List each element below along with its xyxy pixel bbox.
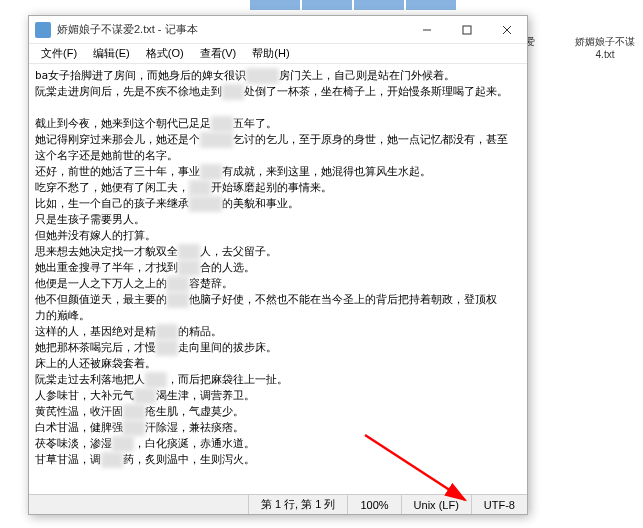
text-line: 阮棠走过去利落地把人 ，而后把麻袋往上一扯。 [35,372,521,388]
censored-block [123,404,145,420]
censored-block [156,340,178,356]
menu-help[interactable]: 帮助(H) [244,44,297,63]
menubar: 文件(F) 编辑(E) 格式(O) 查看(V) 帮助(H) [29,44,527,64]
status-line-ending: Unix (LF) [401,495,471,514]
menu-edit[interactable]: 编辑(E) [85,44,138,63]
taskbar-thumb[interactable] [354,0,404,10]
text-line: 比如，生一个自己的孩子来继承 的美貌和事业。 [35,196,521,212]
text-line: 力的巅峰。 [35,308,521,324]
censored-block [246,68,279,84]
censored-block [123,420,145,436]
menu-format[interactable]: 格式(O) [138,44,192,63]
text-line: 她出重金搜寻了半年，才找到 合的人选。 [35,260,521,276]
censored-block [200,164,222,180]
censored-block [222,84,244,100]
taskbar-thumb[interactable] [302,0,352,10]
text-line: 这样的人，基因绝对是精 的精品。 [35,324,521,340]
taskbar-thumb[interactable] [250,0,300,10]
censored-block [156,324,178,340]
text-line: 只是生孩子需要男人。 [35,212,521,228]
text-line: 但她并没有嫁人的打算。 [35,228,521,244]
text-line: 人参味甘，大补元气 渴生津，调营养卫。 [35,388,521,404]
file-icon[interactable]: 娇媚娘子不谋 4.txt [575,35,635,60]
file-label-top: 娇媚娘子不谋 [575,35,635,49]
window-title: 娇媚娘子不谋爱2.txt - 记事本 [51,22,407,37]
status-position: 第 1 行, 第 1 列 [248,495,348,514]
censored-block [178,260,200,276]
file-label: 4.txt [596,49,615,60]
text-line: 截止到今夜，她来到这个朝代已足足 五年了。 [35,116,521,132]
text-line: 黄芪性温，收汗固 疮生肌，气虚莫少。 [35,404,521,420]
text-line: 他不但颜值逆天，最主要的 他脑子好使，不然也不能在当今圣上的背后把持着朝政，登顶… [35,292,521,308]
censored-block [145,372,167,388]
status-zoom: 100% [347,495,400,514]
svg-rect-1 [463,26,471,34]
censored-block [189,196,222,212]
censored-block [211,116,233,132]
minimize-button[interactable] [407,16,447,44]
maximize-button[interactable] [447,16,487,44]
taskbar-thumbnails [250,0,456,10]
window-controls [407,16,527,44]
censored-block [178,244,200,260]
taskbar-thumb[interactable] [406,0,456,10]
close-button[interactable] [487,16,527,44]
censored-block [167,276,189,292]
menu-view[interactable]: 查看(V) [192,44,245,63]
censored-block [101,452,123,468]
status-encoding: UTF-8 [471,495,527,514]
censored-block [112,436,134,452]
censored-block [134,388,156,404]
menu-file[interactable]: 文件(F) [33,44,85,63]
text-line: 她把那杯茶喝完后，才慢 走向里间的拔步床。 [35,340,521,356]
text-line: 茯苓味淡，渗湿 ，白化痰涎，赤通水道。 [35,436,521,452]
censored-block [189,180,211,196]
notepad-icon [35,22,51,38]
status-spacer [29,495,248,514]
text-line: 吃穿不愁了，她便有了闲工夫， 开始琢磨起别的事情来。 [35,180,521,196]
text-line: 这个名字还是她前世的名字。 [35,148,521,164]
text-line: 还好，前世的她活了三十年，事业 有成就，来到这里，她混得也算风生水起。 [35,164,521,180]
titlebar[interactable]: 娇媚娘子不谋爱2.txt - 记事本 [29,16,527,44]
censored-block [200,132,233,148]
text-line: 他便是一人之下万人之上的 容楚辞。 [35,276,521,292]
text-line: 床上的人还被麻袋套着。 [35,356,521,372]
text-line: 思来想去她决定找一才貌双全 人，去父留子。 [35,244,521,260]
statusbar: 第 1 行, 第 1 列 100% Unix (LF) UTF-8 [29,494,527,514]
text-editor-area[interactable]: ba女子抬脚进了房间，而她身后的婢女很识 房门关上，自己则是站在门外候着。阮棠走… [29,64,527,494]
censored-block [167,292,189,308]
text-line: 阮棠走进房间后，先是不疾不徐地走到 处倒了一杯茶，坐在椅子上，开始慢条斯理喝了起… [35,84,521,100]
text-line [35,100,521,116]
text-line: 白术甘温，健脾强 汗除湿，兼祛痰痞。 [35,420,521,436]
text-line: 她记得刚穿过来那会儿，她还是个 乞讨的乞儿，至于原身的身世，她一点记忆都没有，甚… [35,132,521,148]
text-line: 甘草甘温，调 药，炙则温中，生则泻火。 [35,452,521,468]
text-line: ba女子抬脚进了房间，而她身后的婢女很识 房门关上，自己则是站在门外候着。 [35,68,521,84]
notepad-window: 娇媚娘子不谋爱2.txt - 记事本 文件(F) 编辑(E) 格式(O) 查看(… [28,15,528,515]
